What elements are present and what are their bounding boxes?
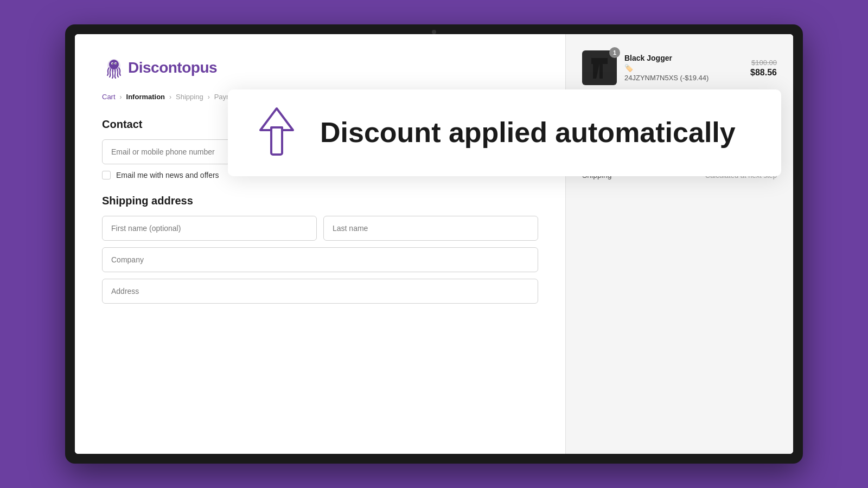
breadcrumb-sep-3: › [208,93,210,101]
overlay-message: Discount applied automatically [320,117,736,148]
screen: Discontopus Cart › Information › Shippin… [75,34,793,454]
price-discounted: $88.56 [750,68,777,78]
company-input[interactable] [102,247,538,272]
arrow-up-icon [255,106,298,160]
breadcrumb-sep-2: › [169,93,171,101]
svg-marker-8 [260,108,293,130]
name-row [102,216,538,247]
svg-point-5 [116,63,117,65]
logo-area: Discontopus [102,56,538,80]
laptop-frame: Discontopus Cart › Information › Shippin… [65,24,803,464]
overlay-popup: Discount applied automatically [228,89,781,176]
svg-rect-7 [271,127,282,155]
discount-applied-icon: 🏷️ [624,64,743,72]
breadcrumb-sep-1: › [120,93,122,101]
price-original: $100.00 [750,59,777,67]
address-input[interactable] [102,279,538,304]
product-pants-icon [589,54,610,81]
product-info: Black Jogger 🏷️ 24JZYNM7N5XS (-$19.44) [624,54,743,82]
svg-point-1 [109,60,119,69]
camera-dot [432,30,436,34]
product-row: 1 Black Jogger 🏷️ 24JZYNM7N5XS (-$19.44)… [582,50,777,85]
breadcrumb-information[interactable]: Information [126,93,165,101]
breadcrumb-cart[interactable]: Cart [102,93,116,101]
breadcrumb-shipping: Shipping [176,93,203,101]
newsletter-checkbox[interactable] [102,171,111,179]
logo-text: Discontopus [128,59,217,76]
newsletter-label: Email me with news and offers [116,171,219,179]
product-code: 24JZYNM7N5XS (-$19.44) [624,74,743,82]
logo-octopus-icon [102,56,126,80]
last-name-input[interactable] [323,216,538,241]
product-image-wrapper: 1 [582,50,617,85]
shipping-section-title: Shipping address [102,195,538,207]
product-badge: 1 [609,47,620,58]
product-name: Black Jogger [624,54,743,62]
svg-rect-6 [591,55,608,58]
first-name-input[interactable] [102,216,317,241]
svg-point-4 [112,63,113,65]
product-prices: $100.00 $88.56 [750,59,777,78]
